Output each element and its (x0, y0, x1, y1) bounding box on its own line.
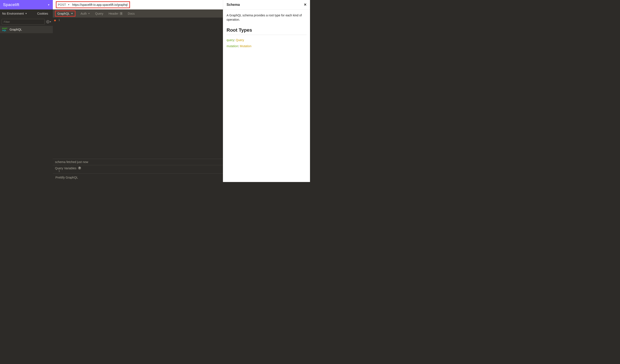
request-method-badge: POST GQL (2, 28, 8, 31)
tab-graphql[interactable]: GraphQL ▼ (55, 11, 76, 16)
tab-auth[interactable]: Auth ▼ (81, 12, 90, 15)
main: POST ▼ https://spacelift-io.app.spacelif… (53, 0, 310, 182)
caret-down-icon: ▼ (68, 4, 70, 6)
status-text: schema fetched just now (55, 160, 88, 164)
workspace-header[interactable]: Spacelift ▼ (0, 0, 53, 10)
workspace-title: Spacelift (3, 2, 19, 7)
schema-intro: A GraphQL schema provides a root type fo… (227, 13, 307, 22)
filter-input[interactable] (2, 19, 45, 25)
tab-header[interactable]: Header 1 (108, 12, 123, 15)
help-icon[interactable]: ? (78, 166, 81, 170)
environment-selector[interactable]: No Environment ▼ (2, 12, 27, 15)
close-icon[interactable]: ✕ (304, 3, 307, 7)
root-type-mutation[interactable]: mutation: Mutation (227, 44, 307, 48)
tab-docs[interactable]: Docs (128, 12, 135, 15)
editor-gutter: 1 (53, 18, 62, 182)
request-name: GraphQL (10, 28, 22, 31)
cookies-button[interactable]: Cookies (37, 12, 48, 15)
header-count-badge: 1 (120, 12, 123, 15)
schema-panel: Schema ✕ A GraphQL schema provides a roo… (223, 0, 310, 182)
http-method-selector[interactable]: POST ▼ (58, 3, 70, 6)
line-number: 1 (58, 18, 60, 22)
root-type-query[interactable]: query: Query (227, 38, 307, 42)
schema-panel-title: Schema (227, 3, 240, 7)
tab-query[interactable]: Query (95, 12, 103, 15)
chevron-down-icon: ▼ (48, 4, 50, 6)
caret-down-icon: ▼ (88, 13, 90, 15)
root-types-heading: Root Types (227, 27, 307, 35)
add-request-button[interactable]: + ▾ (46, 20, 51, 23)
caret-down-icon: ▾ (50, 21, 51, 23)
query-variables-label: Query Variables (55, 166, 76, 170)
request-item-graphql[interactable]: POST GQL GraphQL (0, 26, 53, 33)
caret-down-icon: ▼ (71, 13, 73, 15)
caret-down-icon: ▼ (25, 13, 27, 15)
line-number: 1 (58, 169, 60, 173)
method-url-group: POST ▼ https://spacelift-io.app.spacelif… (56, 1, 130, 8)
lint-error-dot-icon (54, 20, 56, 21)
sidebar: Spacelift ▼ No Environment ▼ Cookies + ▾… (0, 0, 53, 182)
plus-icon: + (46, 20, 49, 23)
environment-label: No Environment (2, 12, 24, 15)
request-url[interactable]: https://spacelift-io.app.spacelift.io/gr… (72, 3, 128, 6)
